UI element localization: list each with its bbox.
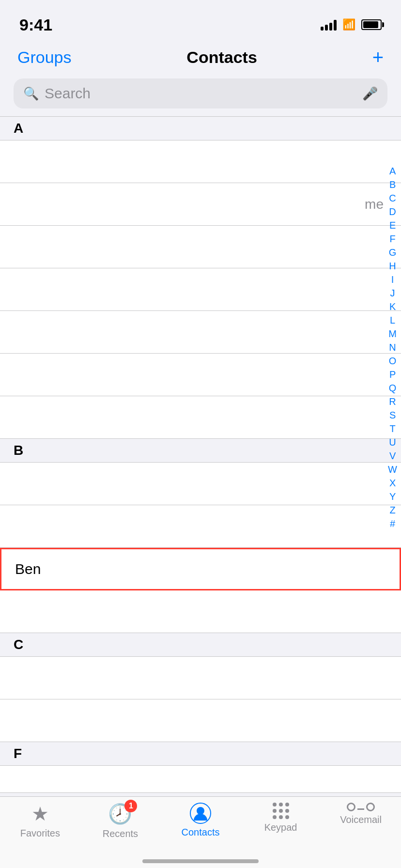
search-icon: 🔍: [23, 86, 39, 101]
alpha-j[interactable]: J: [390, 287, 395, 299]
alpha-f[interactable]: F: [389, 232, 395, 245]
alpha-e[interactable]: E: [389, 219, 396, 232]
me-label: me: [365, 197, 384, 212]
tab-keypad-label: Keypad: [264, 822, 297, 833]
wifi-icon: 📶: [342, 18, 355, 31]
alpha-t[interactable]: T: [389, 422, 395, 435]
add-contact-button[interactable]: +: [372, 47, 384, 67]
alpha-v[interactable]: V: [389, 450, 396, 462]
alpha-a[interactable]: A: [389, 165, 396, 177]
alpha-s[interactable]: S: [389, 409, 396, 421]
microphone-icon[interactable]: 🎤: [362, 86, 378, 101]
contact-row-empty-5[interactable]: [0, 354, 401, 396]
alpha-c[interactable]: C: [389, 192, 396, 204]
alpha-i[interactable]: I: [391, 273, 394, 286]
contact-row-empty-3[interactable]: [0, 268, 401, 311]
section-header-f: F: [0, 742, 401, 766]
contact-row-b-1[interactable]: [0, 463, 401, 505]
contact-row-c-2[interactable]: [0, 699, 401, 742]
contact-row-b-2[interactable]: [0, 505, 401, 548]
tab-keypad[interactable]: Keypad: [252, 803, 310, 833]
status-icons: 📶: [321, 18, 382, 31]
recents-badge: 1: [124, 800, 137, 812]
alpha-y[interactable]: Y: [389, 490, 396, 503]
contact-row-me[interactable]: me: [0, 183, 401, 226]
search-bar[interactable]: 🔍 Search 🎤: [14, 78, 387, 108]
tab-contacts[interactable]: Contacts: [171, 803, 230, 838]
voicemail-icon: [347, 803, 375, 811]
alpha-hash[interactable]: #: [390, 517, 395, 530]
tab-contacts-label: Contacts: [182, 827, 220, 838]
tab-bar: ★ Favorites 🕗 1 Recents Contacts: [0, 796, 401, 868]
alpha-w[interactable]: W: [388, 463, 397, 476]
tab-favorites[interactable]: ★ Favorites: [11, 803, 69, 839]
alpha-u[interactable]: U: [389, 436, 396, 449]
alpha-r[interactable]: R: [389, 395, 396, 408]
contact-row-f-1[interactable]: [0, 766, 401, 793]
favorites-icon: ★: [31, 803, 49, 825]
alpha-p[interactable]: P: [389, 368, 396, 381]
groups-button[interactable]: Groups: [17, 48, 72, 67]
alpha-k[interactable]: K: [389, 300, 396, 313]
alpha-h[interactable]: H: [389, 260, 396, 272]
tab-favorites-label: Favorites: [20, 828, 60, 839]
status-bar: 9:41 📶: [0, 0, 401, 43]
keypad-icon: [273, 803, 289, 819]
contact-row-empty-2[interactable]: [0, 226, 401, 268]
home-indicator: [142, 859, 259, 863]
contact-row-ben[interactable]: Ben: [0, 548, 401, 590]
search-input[interactable]: Search: [45, 85, 356, 102]
alpha-x[interactable]: X: [389, 477, 396, 489]
section-header-a: A: [0, 117, 401, 140]
status-time: 9:41: [19, 16, 52, 34]
alpha-d[interactable]: D: [389, 205, 396, 218]
signal-bars-icon: [321, 19, 337, 31]
section-header-c: C: [0, 633, 401, 657]
tab-voicemail[interactable]: Voicemail: [332, 803, 390, 825]
tab-voicemail-label: Voicemail: [340, 814, 382, 825]
contact-row-empty-6[interactable]: [0, 396, 401, 439]
search-bar-container: 🔍 Search 🎤: [0, 75, 401, 116]
contacts-list: A me B Ben C F: [0, 116, 401, 793]
section-header-b: B: [0, 439, 401, 463]
tab-recents[interactable]: 🕗 1 Recents: [91, 803, 149, 839]
contacts-icon: [190, 803, 211, 824]
contact-row-empty-1[interactable]: [0, 140, 401, 183]
alpha-o[interactable]: O: [389, 355, 397, 367]
recents-icon: 🕗 1: [108, 803, 132, 825]
alphabet-index[interactable]: A B C D E F G H I J K L M N O P Q R S T …: [388, 165, 397, 530]
battery-icon: [361, 19, 382, 30]
tab-recents-label: Recents: [103, 828, 138, 839]
alpha-g[interactable]: G: [389, 246, 397, 259]
alpha-q[interactable]: Q: [389, 382, 397, 394]
alpha-z[interactable]: Z: [389, 504, 395, 516]
contact-name-ben: Ben: [15, 561, 41, 577]
alpha-n[interactable]: N: [389, 341, 396, 354]
alpha-l[interactable]: L: [390, 314, 395, 326]
alpha-m[interactable]: M: [388, 327, 397, 340]
contact-row-empty-4[interactable]: [0, 311, 401, 354]
nav-bar: Groups Contacts +: [0, 43, 401, 75]
contact-row-c-1[interactable]: [0, 657, 401, 699]
page-title: Contacts: [186, 48, 257, 67]
alpha-b[interactable]: B: [389, 178, 396, 191]
contact-row-b-3[interactable]: [0, 590, 401, 633]
